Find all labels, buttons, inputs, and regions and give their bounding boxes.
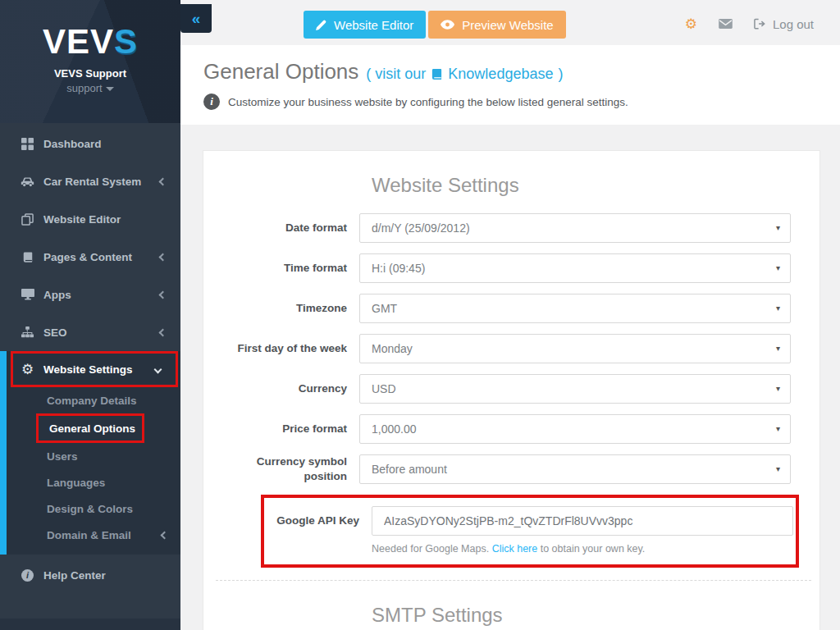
chevron-left-icon [159, 328, 167, 336]
sidebar-item-label: Website Settings [43, 363, 133, 376]
sidebar-subitem-languages[interactable]: Languages [7, 469, 180, 495]
info-icon: i [21, 569, 34, 582]
sidebar-item-label: Help Center [43, 569, 106, 582]
sidebar-item-website-editor[interactable]: Website Editor [0, 200, 180, 238]
sidebar-subitem-domain-email[interactable]: Domain & Email [7, 522, 180, 548]
caret-down-icon [106, 87, 114, 91]
page-title: General Options ( visit our Knowledgebas… [203, 59, 840, 84]
form-row: Currency symbol position Before amount [216, 454, 819, 484]
website-settings-section: ⚙ Website Settings Company Details Gener… [0, 351, 180, 555]
sidebar-item-pages-content[interactable]: Pages & Content [0, 238, 180, 276]
subitem-label: Design & Colors [47, 503, 133, 515]
sign-out-icon [754, 18, 766, 30]
logo-area: VEVS VEVS Support support [0, 0, 180, 123]
chevron-left-icon [159, 177, 167, 185]
logo-text: VEV [43, 22, 114, 61]
settings-gear-icon[interactable]: ⚙ [685, 16, 697, 32]
book-icon [431, 68, 443, 80]
first-day-select[interactable]: Monday [359, 334, 791, 363]
logout-button[interactable]: Log out [754, 17, 814, 31]
dropdown-caret-icon [776, 304, 780, 313]
sidebar-item-help-center[interactable]: i Help Center [0, 556, 180, 594]
content-body: Website Settings Date format d/m/Y (25/0… [180, 125, 840, 630]
chevron-down-icon [154, 365, 162, 373]
form-row: Google API Key [264, 506, 796, 536]
form-row: First day of the week Monday [216, 334, 819, 363]
form-row: Time format H:i (09:45) [216, 253, 819, 283]
click-here-link[interactable]: Click here [492, 543, 538, 555]
account-name: VEVS Support [0, 67, 180, 80]
google-api-key-input[interactable] [372, 506, 793, 536]
section-title-smtp-settings: SMTP Settings [372, 604, 819, 627]
eye-icon [441, 20, 454, 30]
pencil-icon [316, 20, 326, 30]
sidebar-item-apps[interactable]: Apps [0, 276, 180, 313]
currency-select[interactable]: USD [359, 374, 791, 404]
knowledgebase-link[interactable]: ( visit our Knowledgebase ) [366, 66, 563, 83]
select-value: 1,000.00 [372, 422, 417, 436]
settings-card: Website Settings Date format d/m/Y (25/0… [203, 150, 820, 630]
price-format-select[interactable]: 1,000.00 [359, 414, 791, 444]
vevs-logo: VEVS [0, 23, 180, 61]
sidebar-nav: Dashboard Car Rental System Website Edit… [0, 123, 180, 594]
page-header: General Options ( visit our Knowledgebas… [180, 45, 840, 125]
logout-label: Log out [773, 17, 814, 31]
sitemap-icon [21, 326, 34, 339]
sidebar-item-seo[interactable]: SEO [0, 313, 180, 351]
dropdown-caret-icon [776, 223, 780, 232]
website-editor-button[interactable]: Website Editor [304, 11, 426, 39]
messages-envelope-icon[interactable] [719, 19, 733, 29]
form-row: Timezone GMT [216, 294, 819, 323]
website-settings-submenu: Company Details General Options Users La… [7, 387, 180, 548]
help-prefix: Needed for Google Maps. [372, 543, 489, 555]
subitem-label: Users [47, 450, 78, 463]
dropdown-caret-icon [776, 344, 780, 353]
date-format-select[interactable]: d/m/Y (25/09/2012) [359, 213, 791, 243]
subitem-label: Languages [47, 477, 105, 489]
select-value: Before amount [372, 463, 447, 476]
sidebar-collapse-button[interactable]: « [180, 4, 212, 33]
form-row: Currency USD [216, 374, 819, 404]
currency-position-select[interactable]: Before amount [359, 454, 791, 484]
car-icon [21, 176, 34, 188]
field-label: Google API Key [264, 514, 372, 528]
cogs-icon: ⚙ [21, 363, 34, 377]
select-value: GMT [372, 302, 397, 315]
sidebar-subitem-design-colors[interactable]: Design & Colors [7, 495, 180, 522]
section-divider [216, 580, 811, 581]
form-row: Price format 1,000.00 [216, 414, 819, 444]
sidebar-item-dashboard[interactable]: Dashboard [0, 125, 180, 162]
sidebar-item-car-rental-system[interactable]: Car Rental System [0, 162, 180, 200]
subitem-label: Company Details [47, 395, 137, 407]
sidebar-subitem-general-options[interactable]: General Options [36, 413, 144, 443]
chevron-left-icon [159, 253, 167, 261]
dropdown-caret-icon [776, 464, 780, 473]
topbar-right-icons: ⚙ Log out [685, 16, 814, 32]
chevron-left-icon [159, 290, 167, 299]
sidebar-item-label: Pages & Content [43, 251, 132, 263]
field-label: Time format [216, 261, 359, 276]
time-format-select[interactable]: H:i (09:45) [359, 253, 791, 283]
form-row: Date format d/m/Y (25/09/2012) [216, 213, 819, 243]
account-dropdown[interactable]: support [0, 82, 180, 94]
sidebar-item-website-settings[interactable]: ⚙ Website Settings [11, 351, 178, 387]
dashboard-icon [21, 138, 34, 150]
sidebar-subitem-users[interactable]: Users [7, 443, 180, 469]
sidebar-footer [0, 619, 180, 630]
logo-accent: S [114, 22, 138, 61]
sidebar-subitem-company-details[interactable]: Company Details [7, 387, 180, 413]
collapse-icon: « [192, 10, 201, 28]
page-title-text: General Options [203, 59, 358, 84]
info-circle-icon: i [203, 94, 220, 110]
timezone-select[interactable]: GMT [359, 294, 791, 323]
select-value: d/m/Y (25/09/2012) [372, 221, 470, 235]
book-icon [21, 251, 34, 263]
subitem-label: General Options [49, 422, 135, 435]
account-role-label: support [66, 82, 102, 94]
sidebar-item-label: Website Editor [43, 213, 121, 226]
select-value: H:i (09:45) [372, 262, 425, 275]
top-bar: « Website Editor Preview Website ⚙ [180, 0, 840, 45]
button-label: Website Editor [334, 18, 413, 32]
field-label: First day of the week [216, 341, 359, 356]
preview-website-button[interactable]: Preview Website [428, 11, 565, 39]
